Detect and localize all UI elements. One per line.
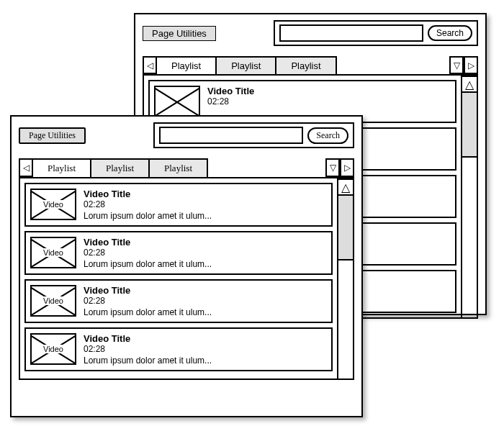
video-thumbnail-icon: Video [30,237,76,268]
header: Page Utilities Search [12,117,361,154]
row-text: Video Title 02:28 Lorum ipsum dolor amet… [84,237,212,269]
tab-playlist-3[interactable]: Playlist [148,158,208,177]
video-duration: 02:28 [84,199,212,209]
search-input[interactable] [159,127,303,144]
header: Page Utilities Search [135,14,485,52]
video-thumbnail-icon: Video [30,333,76,365]
tab-playlist-1[interactable]: Playlist [156,56,217,74]
video-description: Lorum ipsum dolor amet it ulum... [84,355,212,366]
video-title: Video Title [84,237,212,248]
scroll-up-icon[interactable]: △ [462,77,477,93]
content-area: Video Video Title 02:28 Lorum ipsum dolo… [19,177,354,380]
search-group: Search [274,20,478,46]
list-item[interactable]: Video Video Title 02:28 Lorum ipsum dolo… [24,327,333,371]
tabs-right-icon[interactable]: ▷ [340,158,354,177]
video-thumbnail-icon: Video [30,189,76,220]
tab-playlist-3[interactable]: Playlist [275,56,336,74]
video-duration: 02:28 [84,248,212,258]
tab-playlist-2[interactable]: Playlist [90,158,150,177]
tabs-dropdown-icon[interactable]: ▽ [449,56,464,74]
tabs-right-icon[interactable]: ▷ [464,56,478,74]
video-duration: 02:28 [84,344,212,354]
scroll-thumb[interactable] [338,196,353,260]
list-item[interactable]: Video Video Title 02:28 Lorum ipsum dolo… [24,183,333,227]
video-list: Video Video Title 02:28 Lorum ipsum dolo… [19,178,338,380]
page-utilities-label[interactable]: Page Utilities [19,127,86,144]
search-group: Search [153,122,354,148]
video-title: Video Title [84,333,212,344]
tab-bar: ◁ Playlist Playlist Playlist ▽ ▷ [135,56,485,74]
tabs-left-icon[interactable]: ◁ [143,56,157,74]
scrollbar[interactable]: △ [462,76,478,319]
video-thumbnail-icon [154,86,200,117]
tab-playlist-1[interactable]: Playlist [32,158,91,177]
video-thumbnail-icon: Video [30,285,76,317]
search-button[interactable]: Search [307,127,348,144]
video-description: Lorum ipsum dolor amet it ulum... [84,307,212,317]
row-text: Video Title 02:28 [207,86,254,117]
tabs-left-icon[interactable]: ◁ [19,158,33,177]
video-title: Video Title [84,189,212,199]
search-button[interactable]: Search [428,25,472,41]
video-description: Lorum ipsum dolor amet it ulum... [84,211,212,221]
row-text: Video Title 02:28 Lorum ipsum dolor amet… [84,285,212,317]
row-text: Video Title 02:28 Lorum ipsum dolor amet… [84,333,212,366]
scroll-up-icon[interactable]: △ [338,180,353,196]
tab-playlist-2[interactable]: Playlist [215,56,276,74]
scrollbar[interactable]: △ [338,178,354,380]
video-duration: 02:28 [207,96,254,106]
video-title: Video Title [84,285,212,296]
tab-bar: ◁ Playlist Playlist Playlist ▽ ▷ [12,158,361,177]
video-duration: 02:28 [84,296,212,306]
row-text: Video Title 02:28 Lorum ipsum dolor amet… [84,189,212,221]
wireframe-front: Page Utilities Search ◁ Playlist Playlis… [10,115,363,417]
video-title: Video Title [207,86,254,96]
video-description: Lorum ipsum dolor amet it ulum... [84,259,212,269]
tabs-dropdown-icon[interactable]: ▽ [325,158,340,177]
scroll-thumb[interactable] [462,93,477,158]
page-utilities-label[interactable]: Page Utilities [143,26,216,41]
list-item[interactable]: Video Video Title 02:28 Lorum ipsum dolo… [24,279,333,323]
list-item[interactable]: Video Video Title 02:28 Lorum ipsum dolo… [24,231,333,275]
search-input[interactable] [279,24,423,42]
